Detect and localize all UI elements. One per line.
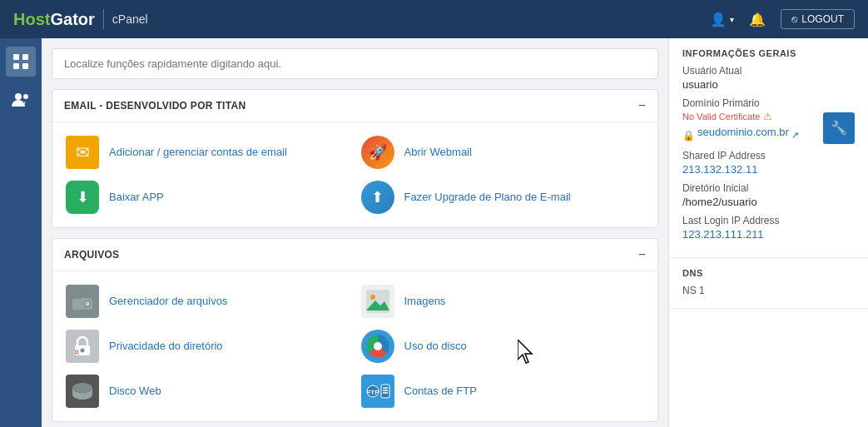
- dns-section: DNS NS 1: [669, 258, 868, 309]
- svg-point-5: [23, 94, 28, 99]
- svg-point-4: [15, 93, 22, 100]
- home-dir-value: /home2/usuario: [682, 196, 855, 208]
- svg-rect-1: [22, 54, 28, 60]
- no-valid-cert-badge: No Valid Certificate: [682, 112, 760, 122]
- right-panel: INFORMAÇÕES GERAIS Usuário Atual usuario…: [668, 38, 868, 427]
- shared-ip-value[interactable]: 213.132.132.11: [682, 163, 855, 176]
- current-user-value: usuario: [682, 78, 855, 91]
- arquivos-section-toggle[interactable]: −: [638, 247, 646, 262]
- upgrade-label: Fazer Upgrade de Plano de E-mail: [404, 191, 571, 205]
- webmail-label: Abrir Webmail: [404, 146, 472, 160]
- svg-rect-8: [72, 295, 81, 299]
- logout-label: LOGOUT: [801, 13, 844, 25]
- sidebar-item-grid[interactable]: [6, 47, 36, 77]
- menu-item-images[interactable]: Imagens: [360, 283, 647, 320]
- left-sidebar: [0, 38, 42, 427]
- svg-rect-0: [13, 54, 19, 60]
- svg-point-22: [374, 342, 382, 350]
- menu-item-add-email[interactable]: Adicionar / gerenciar contas de email: [64, 134, 351, 171]
- ftp-icon: FTP: [360, 373, 396, 410]
- add-email-icon: [64, 134, 101, 171]
- menu-item-ftp[interactable]: FTP Contas de FTP: [360, 373, 647, 410]
- main-layout: EMAIL - DESENVOLVIDO POR TITAN − Adicion…: [0, 38, 868, 427]
- domain-settings-button[interactable]: 🔧: [823, 112, 855, 144]
- search-input[interactable]: [52, 48, 658, 79]
- email-section-header: EMAIL - DESENVOLVIDO POR TITAN −: [52, 90, 657, 122]
- svg-rect-3: [22, 63, 28, 69]
- menu-item-filemanager[interactable]: Gerenciador de arquivos: [64, 283, 351, 320]
- notifications-button[interactable]: 🔔: [749, 12, 766, 27]
- mouse-cursor: [518, 340, 538, 366]
- menu-item-webmail[interactable]: 🚀 Abrir Webmail: [360, 134, 647, 171]
- filemanager-icon: [64, 283, 101, 320]
- general-info-section: INFORMAÇÕES GERAIS Usuário Atual usuario…: [669, 38, 868, 258]
- svg-point-13: [370, 295, 375, 300]
- last-login-value[interactable]: 123.213.111.211: [682, 228, 855, 241]
- warning-icon: ⚠: [763, 111, 772, 122]
- dns-title: DNS: [682, 268, 855, 278]
- arquivos-section-title: ARQUIVOS: [64, 249, 119, 261]
- svg-text:FTP: FTP: [366, 389, 379, 396]
- filemanager-label: Gerenciador de arquivos: [109, 295, 227, 309]
- brand-logo-area: HostGator cPanel: [13, 9, 148, 29]
- arquivos-section: ARQUIVOS −: [52, 238, 658, 422]
- upgrade-icon: ⬆: [360, 179, 396, 216]
- webdisk-icon: [64, 373, 101, 410]
- add-email-label: Adicionar / gerenciar contas de email: [109, 146, 287, 160]
- sidebar-item-users[interactable]: [6, 85, 36, 115]
- domain-info: No Valid Certificate ⚠ 🔒 seudominio.com.…: [682, 111, 823, 145]
- main-content: EMAIL - DESENVOLVIDO POR TITAN − Adicion…: [42, 38, 668, 427]
- images-icon: [360, 283, 396, 320]
- privacy-label: Privacidade do diretório: [109, 340, 223, 354]
- privacy-icon: [64, 328, 101, 365]
- menu-item-privacy[interactable]: Privacidade do diretório: [64, 328, 351, 365]
- general-info-title: INFORMAÇÕES GERAIS: [682, 48, 855, 58]
- brand-divider: [103, 9, 104, 29]
- menu-item-download-app[interactable]: ⬇ Baixar APP: [64, 179, 351, 216]
- ns1-label: NS 1: [682, 285, 855, 296]
- domain-link[interactable]: seudominio.com.br: [697, 126, 789, 138]
- download-app-icon: ⬇: [64, 179, 101, 216]
- brand-logo: HostGator: [13, 10, 95, 29]
- last-login-label: Last Login IP Address: [682, 215, 855, 226]
- lock-icon: 🔒: [682, 130, 695, 142]
- email-section-title: EMAIL - DESENVOLVIDO POR TITAN: [64, 100, 246, 112]
- shared-ip-label: Shared IP Address: [682, 150, 855, 161]
- wrench-icon: 🔧: [831, 120, 847, 136]
- menu-item-disk-usage[interactable]: Uso do disco: [360, 328, 647, 365]
- menu-item-upgrade[interactable]: ⬆ Fazer Upgrade de Plano de E-mail: [360, 179, 647, 216]
- top-navigation: HostGator cPanel 👤 ▾ 🔔 ⎋ LOGOUT: [0, 0, 868, 38]
- domain-line: No Valid Certificate ⚠ 🔒 seudominio.com.…: [682, 111, 855, 145]
- logout-icon: ⎋: [791, 13, 797, 25]
- svg-point-23: [72, 383, 92, 393]
- cpanel-label: cPanel: [112, 12, 148, 26]
- svg-point-10: [87, 303, 88, 305]
- logout-button[interactable]: ⎋ LOGOUT: [781, 9, 855, 29]
- home-dir-label: Diretório Inicial: [682, 182, 855, 194]
- webmail-icon: 🚀: [360, 134, 396, 171]
- svg-rect-2: [13, 63, 19, 69]
- disk-usage-icon: [360, 328, 396, 365]
- topnav-icons: 👤 ▾ 🔔 ⎋ LOGOUT: [710, 9, 855, 29]
- bell-icon: 🔔: [749, 12, 766, 27]
- arquivos-section-body: Gerenciador de arquivos: [52, 271, 657, 421]
- current-user-label: Usuário Atual: [682, 65, 855, 77]
- primary-domain-label: Domínio Primário: [682, 97, 855, 109]
- download-app-label: Baixar APP: [109, 191, 164, 205]
- email-section-toggle[interactable]: −: [638, 98, 646, 113]
- ftp-label: Contas de FTP: [404, 385, 477, 399]
- svg-point-17: [81, 349, 85, 353]
- email-section: EMAIL - DESENVOLVIDO POR TITAN − Adicion…: [52, 89, 658, 228]
- svg-rect-27: [381, 385, 389, 398]
- user-dropdown-arrow: ▾: [730, 15, 734, 24]
- arquivos-section-header: ARQUIVOS −: [52, 239, 657, 271]
- email-section-body: Adicionar / gerenciar contas de email 🚀 …: [52, 122, 657, 227]
- user-icon: 👤: [710, 12, 727, 27]
- menu-item-webdisk[interactable]: Disco Web: [64, 373, 351, 410]
- webdisk-label: Disco Web: [109, 385, 161, 399]
- disk-usage-label: Uso do disco: [404, 340, 467, 354]
- external-link-icon: ↗: [791, 130, 799, 141]
- user-menu-button[interactable]: 👤 ▾: [710, 12, 734, 27]
- images-label: Imagens: [404, 295, 446, 309]
